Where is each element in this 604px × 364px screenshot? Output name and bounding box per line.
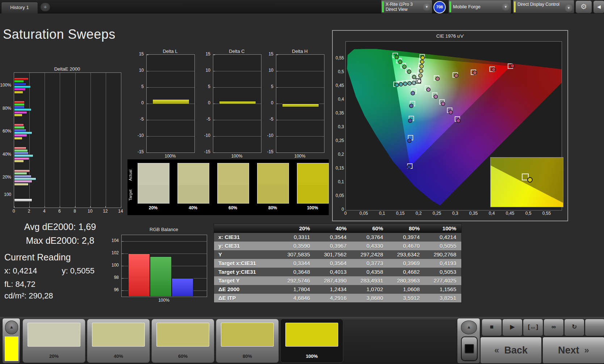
gridline	[29, 73, 30, 208]
delta-l-y-axis: 151050-5-10-15	[135, 54, 145, 152]
pattern-source-panel: ▲	[2, 318, 20, 364]
current-y-value: y: 0,5055	[62, 266, 95, 275]
y-tick-label: 0	[208, 100, 210, 105]
actual-swatch	[178, 163, 209, 185]
x-tick-label: 6	[55, 209, 64, 214]
measured-point-green-100%	[395, 55, 398, 59]
next-label: Next	[558, 345, 579, 356]
table-value: 277,4025	[425, 276, 461, 285]
play-button[interactable]: ▶	[502, 319, 523, 336]
delta-c-y-axis: 151050-5-10-15	[202, 54, 212, 152]
pattern-patch-80%[interactable]: 80%	[216, 319, 279, 363]
meter-line1: X-Rite i1Pro 3	[386, 2, 423, 7]
calman-app: History 1 + X-Rite i1Pro 3 Direct View ▼…	[0, 0, 604, 364]
table-value: 0,4682	[388, 268, 425, 276]
swatch-80%	[257, 163, 289, 204]
target-swatch	[138, 185, 169, 203]
tick-mark	[60, 206, 60, 208]
cie-x-tick-label: 0,4	[485, 211, 499, 216]
table-value: 0,3764	[352, 233, 388, 242]
cie-y-tick-label: 0,3	[338, 124, 344, 129]
collapse-panel-button[interactable]: ◀	[593, 0, 604, 13]
table-row: Target Y292,5746287,4390283,4931280,3963…	[214, 276, 461, 285]
group-label: 80%	[3, 106, 11, 111]
frame-step-button[interactable]: [↔]	[523, 319, 543, 336]
de-bar-yellow-40%	[14, 160, 24, 163]
cie-x-tick-label: 0	[338, 211, 353, 216]
display-control-name: Direct Display Control	[517, 2, 559, 7]
delta-h-chart	[276, 54, 324, 153]
display-control-dropdown[interactable]: Direct Display Control ▼	[513, 0, 574, 13]
gridline	[60, 73, 60, 208]
stop-measurement-button[interactable]	[461, 336, 478, 361]
tick-mark	[276, 55, 278, 55]
source-dropdown[interactable]: Mobile Forge ▼	[448, 0, 511, 13]
pattern-patch-60%[interactable]: 60%	[151, 319, 214, 363]
table-value: 3,8680	[352, 294, 388, 302]
meter-dropdown-label: X-Rite i1Pro 3 Direct View	[386, 1, 423, 13]
meter-dropdown[interactable]: X-Rite i1Pro 3 Direct View ▼	[381, 0, 432, 13]
group-label-white: 100	[4, 192, 11, 197]
cie-inset-in-gamut-region	[491, 158, 563, 207]
gridline	[147, 87, 194, 88]
settings-gear-button[interactable]: ⚙	[575, 0, 592, 13]
tick-mark	[276, 120, 278, 120]
actual-swatch	[218, 163, 249, 185]
gridline	[213, 71, 261, 71]
measured-point-red-20%	[436, 77, 439, 80]
gridline	[91, 73, 91, 208]
table-value: 3,5912	[388, 294, 425, 302]
chevron-down-icon: ▼	[423, 3, 431, 11]
table-row: Target y:CIE310,36480,40130,43580,46820,…	[214, 268, 461, 276]
refresh-button[interactable]: ↻	[564, 319, 584, 336]
pattern-patch-100%[interactable]: 100%	[280, 319, 343, 363]
cie-x-tick-label: 0,05	[357, 211, 371, 216]
blank-button[interactable]	[585, 319, 604, 336]
stop-button[interactable]: ■	[482, 319, 502, 336]
table-value: 4,2916	[315, 294, 352, 302]
measured-point-cyan-60%	[403, 82, 407, 85]
measured-point-yellow-80%	[420, 60, 424, 64]
delta-c-x-label: 100%	[213, 154, 261, 159]
delta-l-chart	[146, 54, 195, 153]
swatch-label: 60%	[217, 205, 249, 210]
table-row: x: CIE310,33110,35440,37640,39740,4214	[214, 233, 461, 242]
tick-mark	[147, 152, 148, 153]
patch-label: 20%	[23, 353, 85, 359]
patch-label: 60%	[152, 353, 214, 359]
loop-infinite-button[interactable]: ∞	[544, 319, 564, 336]
pattern-patch-40%[interactable]: 40%	[87, 319, 150, 363]
cie-x-tick-label: 0,25	[430, 211, 444, 216]
current-cdm2-value: cd/m²: 290,28	[4, 291, 53, 301]
chevron-up-icon[interactable]: ▲	[5, 321, 18, 334]
back-button[interactable]: « Back	[480, 337, 542, 364]
chevron-up-icon[interactable]: ▲	[461, 321, 477, 334]
next-button[interactable]: Next »	[542, 337, 604, 364]
table-row: y: CIE310,35900,39670,43300,46700,5055	[214, 242, 461, 250]
table-header-cell: 80%	[388, 224, 425, 233]
stop-icon	[465, 344, 474, 353]
row-label: Target Y	[214, 276, 278, 285]
table-value: 0,3967	[315, 242, 352, 250]
cie-x-tick-label: 0,2	[411, 211, 426, 216]
table-value: 0,3311	[278, 233, 315, 242]
table-value: 0,4330	[352, 242, 388, 250]
gridline	[276, 120, 324, 120]
tab-history-1[interactable]: History 1	[1, 2, 38, 13]
table-header-cell: 20%	[278, 224, 315, 233]
current-pattern-swatch[interactable]	[5, 336, 18, 361]
add-tab-button[interactable]: +	[41, 3, 50, 11]
table-row: Target x:CIE310,33440,35640,37730,39690,…	[214, 259, 461, 268]
tick-mark	[276, 104, 278, 104]
meter-count-badge[interactable]: 708	[433, 1, 446, 13]
deltae2000-x-axis: 02468101214	[14, 209, 121, 214]
cie-y-tick-label: 0,45	[336, 83, 344, 88]
source-name: Mobile Forge	[453, 4, 502, 9]
y-tick-label: 10	[139, 68, 144, 73]
pattern-patch-20%[interactable]: 20%	[22, 319, 85, 363]
y-tick-label: 102	[112, 250, 119, 255]
measured-point-yellow-20%	[419, 74, 422, 78]
table-value: 1,7804	[278, 285, 315, 294]
target-swatch	[178, 185, 209, 203]
tick-mark	[45, 206, 45, 208]
